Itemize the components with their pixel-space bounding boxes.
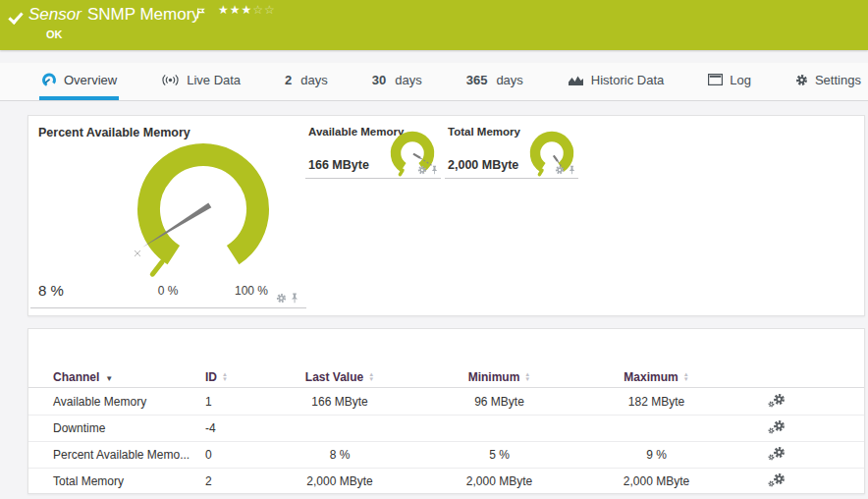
primary-gauge-value: 8 % xyxy=(38,282,64,299)
tab-365-days-number: 365 xyxy=(466,73,488,87)
gauges-card: Percent Available Memory 8 % 0 % 100 % A… xyxy=(27,115,865,316)
channel-last-value: 2,000 MByte xyxy=(266,474,413,488)
primary-gauge-widget: Percent Available Memory 8 % 0 % 100 % xyxy=(30,116,306,308)
tab-bar: Overview Live Data 2 days 30 days 365 da… xyxy=(0,63,868,101)
gear-icon xyxy=(795,74,808,86)
channel-settings-icon[interactable] xyxy=(768,393,786,408)
channel-name[interactable]: Downtime xyxy=(53,421,205,435)
pin-icon[interactable] xyxy=(431,165,438,175)
prtg-sensor-page: SensorSNMP Memory ★★★☆☆ OK Overview Live… xyxy=(0,0,868,499)
tab-2-days-label: days xyxy=(300,73,327,87)
pin-icon[interactable] xyxy=(569,165,575,175)
column-header-last-value[interactable]: Last Value▲▼ xyxy=(266,370,413,384)
historic-chart-icon xyxy=(568,74,584,86)
table-row[interactable]: Percent Available Memo... 0 8 % 5 % 9 % xyxy=(28,441,864,468)
sort-icon: ▲▼ xyxy=(524,372,530,382)
channel-name[interactable]: Available Memory xyxy=(53,395,205,409)
sort-desc-icon: ▼ xyxy=(105,374,113,383)
sort-icon: ▲▼ xyxy=(683,372,689,382)
maximum-header-label: Maximum xyxy=(624,370,678,384)
channel-id: 2 xyxy=(205,474,266,488)
status-ok-check-icon xyxy=(8,9,23,25)
minimum-header-label: Minimum xyxy=(468,370,520,384)
channel-id: 1 xyxy=(205,395,266,409)
channel-name[interactable]: Total Memory xyxy=(53,474,205,488)
gear-icon[interactable] xyxy=(417,165,427,175)
available-memory-widget: Available Memory 166 MByte xyxy=(305,116,441,179)
table-header-row: Channel▼ ID▲▼ Last Value▲▼ Minimum▲▼ Max… xyxy=(28,366,864,388)
tab-365-days[interactable]: 365 days xyxy=(464,63,525,100)
channel-minimum: 2,000 MByte xyxy=(413,474,585,488)
sensor-status-badge: OK xyxy=(46,28,63,40)
tab-historic-data-label: Historic Data xyxy=(591,73,664,87)
sensor-name: SNMP Memory xyxy=(87,5,200,24)
tab-settings-label: Settings xyxy=(815,73,861,87)
channel-minimum: 96 MByte xyxy=(413,395,585,409)
flag-icon[interactable] xyxy=(196,5,205,23)
tab-log[interactable]: Log xyxy=(706,63,753,100)
channel-id: -4 xyxy=(205,421,266,435)
channel-minimum: 5 % xyxy=(413,448,585,462)
gear-icon[interactable] xyxy=(555,165,565,175)
live-data-icon xyxy=(161,74,180,86)
tab-log-label: Log xyxy=(730,73,751,87)
last-value-header-label: Last Value xyxy=(305,370,363,384)
channel-settings-icon[interactable] xyxy=(768,446,786,461)
tab-live-data[interactable]: Live Data xyxy=(159,63,243,100)
channel-maximum: 2,000 MByte xyxy=(585,474,728,488)
table-row[interactable]: Total Memory 2 2,000 MByte 2,000 MByte 2… xyxy=(28,468,864,494)
channel-header-label: Channel xyxy=(53,370,99,384)
channel-settings-icon[interactable] xyxy=(768,472,786,487)
channel-id: 0 xyxy=(205,448,266,462)
channel-settings-icon[interactable] xyxy=(768,419,786,434)
percent-available-memory-gauge xyxy=(130,136,277,283)
tab-30-days-label: days xyxy=(395,73,421,87)
tab-30-days-number: 30 xyxy=(372,73,386,87)
table-row[interactable]: Available Memory 1 166 MByte 96 MByte 18… xyxy=(28,388,864,415)
sort-icon: ▲▼ xyxy=(222,372,228,382)
log-window-icon xyxy=(708,74,723,85)
tab-historic-data[interactable]: Historic Data xyxy=(566,63,666,100)
gauge-icon xyxy=(41,72,57,87)
gauge-scale-min: 0 % xyxy=(146,284,190,298)
stars-empty: ☆☆ xyxy=(252,3,276,17)
total-memory-title: Total Memory xyxy=(448,126,520,138)
channel-maximum: 9 % xyxy=(585,448,728,462)
tab-overview[interactable]: Overview xyxy=(39,63,119,100)
tab-settings[interactable]: Settings xyxy=(793,63,863,100)
channels-table-card: Channel▼ ID▲▼ Last Value▲▼ Minimum▲▼ Max… xyxy=(27,328,865,494)
channel-last-value: 8 % xyxy=(266,448,413,462)
column-header-maximum[interactable]: Maximum▲▼ xyxy=(585,370,728,384)
gauge-scale-max: 100 % xyxy=(230,284,273,298)
column-header-minimum[interactable]: Minimum▲▼ xyxy=(413,370,585,384)
gear-icon xyxy=(768,480,775,487)
channel-last-value: 166 MByte xyxy=(266,395,413,409)
tab-overview-label: Overview xyxy=(64,73,117,87)
page-title: SensorSNMP Memory xyxy=(28,5,200,25)
id-header-label: ID xyxy=(205,370,217,384)
gear-icon xyxy=(768,427,775,434)
tab-2-days-number: 2 xyxy=(285,73,292,87)
tab-365-days-label: days xyxy=(496,73,522,87)
table-row[interactable]: Downtime -4 xyxy=(28,415,864,441)
column-header-id[interactable]: ID▲▼ xyxy=(205,370,266,384)
stars-filled: ★★★ xyxy=(218,3,252,17)
gear-icon[interactable] xyxy=(276,293,287,304)
gear-icon xyxy=(768,454,775,461)
tab-30-days[interactable]: 30 days xyxy=(370,63,424,100)
total-memory-value: 2,000 MByte xyxy=(448,158,518,172)
priority-stars[interactable]: ★★★☆☆ xyxy=(218,3,276,17)
tab-live-data-label: Live Data xyxy=(187,73,241,87)
pin-icon[interactable] xyxy=(291,293,298,304)
channel-name[interactable]: Percent Available Memo... xyxy=(53,448,205,462)
channel-maximum: 182 MByte xyxy=(585,395,728,409)
sensor-kind-label: Sensor xyxy=(28,5,81,24)
column-header-channel[interactable]: Channel▼ xyxy=(53,370,205,384)
gear-icon xyxy=(768,401,775,408)
sort-icon: ▲▼ xyxy=(368,372,374,382)
total-memory-widget: Total Memory 2,000 MByte xyxy=(445,116,578,179)
tab-2-days[interactable]: 2 days xyxy=(283,63,330,100)
available-memory-value: 166 MByte xyxy=(308,158,369,172)
sensor-header: SensorSNMP Memory ★★★☆☆ OK xyxy=(0,0,868,50)
